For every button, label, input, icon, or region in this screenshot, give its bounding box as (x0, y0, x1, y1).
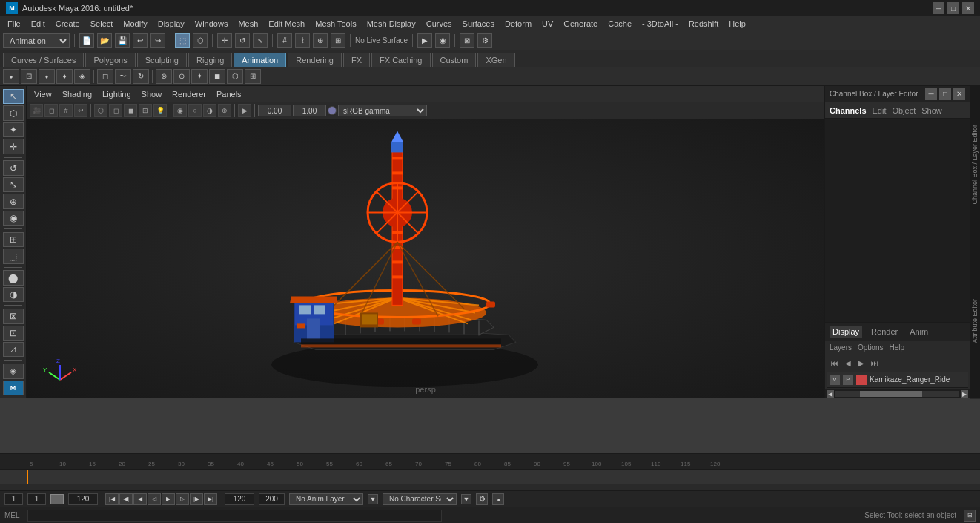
cb-tab-object[interactable]: Object (892, 106, 916, 115)
anim-mute-btn[interactable]: ♦ (56, 69, 73, 84)
timeline-scrub[interactable] (0, 469, 980, 484)
vp-smooth-btn[interactable]: ◻ (109, 104, 122, 117)
le-arrow-right-double[interactable]: ⏭ (870, 358, 880, 368)
vp-textured-btn[interactable]: ⊞ (139, 104, 152, 117)
menu-select[interactable]: Select (86, 16, 118, 31)
menu-curves[interactable]: Curves (422, 16, 457, 31)
region-select-btn[interactable]: ⬚ (3, 249, 24, 263)
menu-display[interactable]: Display (153, 16, 189, 31)
paint-weights-btn[interactable]: ⬤ (3, 270, 24, 285)
menu-file[interactable]: File (3, 16, 25, 31)
end-frame-input[interactable] (68, 493, 98, 505)
move-tool-btn[interactable]: ✛ (3, 139, 24, 154)
paint-select-btn[interactable]: ✦ (3, 122, 24, 137)
menu-surfaces[interactable]: Surfaces (458, 16, 499, 31)
tab-custom[interactable]: Custom (432, 53, 477, 67)
anim-cluster-btn[interactable]: ⊞ (245, 69, 261, 84)
sb-thumb[interactable] (860, 391, 922, 397)
maximize-button[interactable]: □ (947, 2, 959, 14)
snap-curve-btn[interactable]: ⌇ (295, 33, 310, 48)
vp-menu-shading[interactable]: Shading (58, 87, 96, 102)
anim-settings-btn[interactable]: ⚙ (476, 493, 488, 505)
next-key-btn[interactable]: |▶ (190, 493, 203, 505)
menu-cache[interactable]: Cache (603, 16, 636, 31)
move-btn[interactable]: ✛ (217, 33, 232, 48)
channel-box-vertical-label[interactable]: Channel Box / Layer Editor (970, 86, 980, 243)
layer-playback-btn[interactable]: P (843, 375, 853, 385)
anim-skeleton-btn[interactable]: ✦ (191, 69, 208, 84)
anim-turntable-btn[interactable]: ↻ (133, 69, 149, 84)
undo-btn[interactable]: ↩ (133, 33, 148, 48)
scale-btn[interactable]: ⤡ (253, 33, 268, 48)
lasso-select-btn[interactable]: ⬡ (3, 105, 24, 120)
play-fwd-btn[interactable]: ▶ (162, 493, 175, 505)
cb-minimize-btn[interactable]: ─ (925, 88, 937, 100)
vp-undo-btn[interactable]: ↩ (74, 104, 87, 117)
menu-redshift[interactable]: Redshift (684, 16, 723, 31)
range-slider-handle[interactable] (50, 494, 64, 504)
cb-tab-channels[interactable]: Channels (830, 106, 867, 115)
le-arrow-left-double[interactable]: ⏮ (830, 358, 840, 368)
vp-shadow-btn[interactable]: ◑ (203, 104, 216, 117)
new-scene-btn[interactable]: 📄 (79, 33, 94, 48)
snap-to-btn[interactable]: ◈ (3, 364, 24, 378)
scene-canvas[interactable]: X Y Z persp (27, 119, 824, 398)
hide-selected-btn[interactable]: ⊡ (3, 326, 24, 341)
prev-key-btn[interactable]: ◀| (119, 493, 133, 505)
go-start-btn[interactable]: |◀ (105, 493, 119, 505)
vp-wireframe-btn[interactable]: ⬡ (94, 104, 107, 117)
vp-lock-btn[interactable]: ◻ (44, 104, 58, 117)
anim-key-btn[interactable]: ⬥ (3, 69, 19, 84)
step-back-btn[interactable]: ◀ (133, 493, 147, 505)
anim-deform-btn[interactable]: ⬡ (227, 69, 243, 84)
sb-track[interactable] (835, 391, 959, 397)
vp-menu-panels[interactable]: Panels (212, 87, 246, 102)
tab-animation[interactable]: Animation (234, 53, 286, 67)
select-tool-btn[interactable]: ⬚ (175, 33, 190, 48)
anim-layer-options-btn[interactable]: ▼ (368, 494, 378, 504)
menu-mesh-tools[interactable]: Mesh Tools (311, 16, 360, 31)
minimize-button[interactable]: ─ (933, 2, 944, 14)
le-arrow-right[interactable]: ▶ (856, 358, 867, 368)
tab-polygons[interactable]: Polygons (85, 53, 135, 67)
vp-playblast-btn[interactable]: ▶ (238, 104, 251, 117)
tab-xgen[interactable]: XGen (477, 53, 514, 67)
vp-menu-show[interactable]: Show (137, 87, 167, 102)
menu-mesh[interactable]: Mesh (234, 16, 262, 31)
vp-light-btn[interactable]: 💡 (153, 104, 167, 117)
vp-menu-view[interactable]: View (30, 87, 56, 102)
menu-modify[interactable]: Modify (119, 16, 151, 31)
vp-cam-btn[interactable]: 🎥 (30, 104, 43, 117)
layer-color-swatch[interactable] (856, 375, 867, 385)
sb-right-arrow[interactable]: ▶ (961, 390, 968, 398)
anim-layer-select[interactable]: No Anim Layer (289, 493, 363, 505)
step-fwd-btn[interactable]: ▷ (176, 493, 189, 505)
snap-grid-btn[interactable]: # (277, 33, 292, 48)
le-tab-display[interactable]: Display (830, 326, 862, 338)
vp-shaded-btn[interactable]: ◼ (124, 104, 137, 117)
layer-item[interactable]: V P Kamikaze_Ranger_Ride (827, 372, 968, 388)
scale-tool-btn[interactable]: ⤡ (3, 177, 24, 192)
workspace-select[interactable]: Modeling Rigging Animation Rendering FX (3, 33, 70, 48)
anim-hold-btn[interactable]: ◈ (74, 69, 90, 84)
timeline-ruler[interactable]: 5 10 15 20 25 30 35 40 45 50 55 60 65 70 (0, 454, 980, 469)
anim-set-key-btn[interactable]: ⊡ (21, 69, 37, 84)
attribute-editor-vertical-label[interactable]: Attribute Editor (970, 243, 980, 399)
tab-fx[interactable]: FX (343, 53, 370, 67)
sculpt-btn[interactable]: ◑ (3, 287, 24, 302)
cb-tab-show[interactable]: Show (921, 106, 942, 115)
layer-visibility-btn[interactable]: V (830, 375, 840, 385)
le-tab-render[interactable]: Render (868, 326, 901, 338)
key-options-btn[interactable]: ⬥ (492, 493, 504, 505)
save-btn[interactable]: 💾 (115, 33, 130, 48)
character-select[interactable]: No Character Set (383, 493, 457, 505)
menu-create[interactable]: Create (51, 16, 85, 31)
menu-uv[interactable]: UV (537, 16, 557, 31)
rotate-tool-btn[interactable]: ↺ (3, 160, 24, 175)
mel-input[interactable] (27, 510, 443, 522)
ipr-btn[interactable]: ◉ (435, 33, 450, 48)
anim-constraint-btn[interactable]: ⊗ (156, 69, 172, 84)
menu-edit[interactable]: Edit (27, 16, 50, 31)
cb-float-btn[interactable]: □ (939, 88, 951, 100)
le-tab-anim[interactable]: Anim (907, 326, 931, 338)
